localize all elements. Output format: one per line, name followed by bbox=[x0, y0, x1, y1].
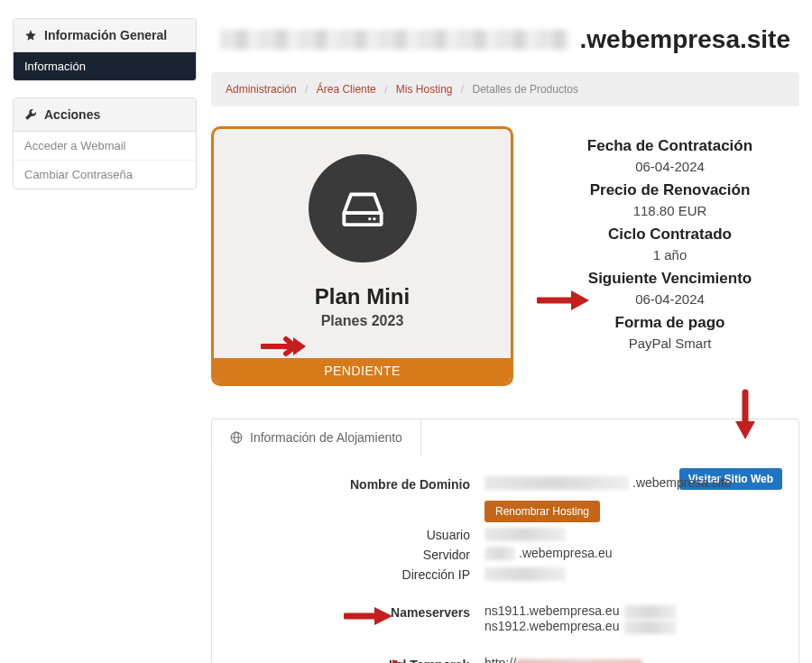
product-name: Plan Mini bbox=[214, 284, 511, 309]
star-icon bbox=[24, 29, 37, 41]
next-due-label: Siguiente Vencimiento bbox=[540, 270, 799, 288]
svg-marker-3 bbox=[293, 337, 306, 355]
redacted-domain-prefix bbox=[220, 30, 569, 50]
breadcrumb-area-cliente[interactable]: Área Cliente bbox=[317, 83, 376, 96]
breadcrumb: Administración / Área Cliente / Mis Host… bbox=[211, 72, 799, 106]
annotation-arrow-due bbox=[537, 289, 589, 312]
domain-value: .webempresa.site bbox=[484, 475, 779, 490]
cycle-value: 1 año bbox=[540, 247, 799, 262]
ip-label: Dirección IP bbox=[232, 566, 470, 582]
annotation-arrow-url bbox=[362, 658, 411, 663]
server-label: Servidor bbox=[232, 546, 470, 562]
hire-date-value: 06-04-2024 bbox=[540, 159, 799, 174]
product-subtitle: Planes 2023 bbox=[214, 313, 511, 329]
product-details: Fecha de Contratación 06-04-2024 Precio … bbox=[540, 126, 799, 386]
svg-marker-14 bbox=[392, 659, 411, 663]
user-value bbox=[484, 526, 779, 541]
user-label: Usuario bbox=[232, 526, 470, 542]
redacted-user bbox=[484, 528, 566, 541]
product-status: PENDIENTE bbox=[214, 358, 511, 383]
sidebar-actions-title: Acciones bbox=[44, 107, 100, 122]
payment-label: Forma de pago bbox=[540, 314, 799, 332]
sidebar-item-info[interactable]: Información bbox=[14, 52, 196, 80]
renewal-price-label: Precio de Renovación bbox=[540, 181, 799, 199]
sidebar-item-webmail[interactable]: Acceder a Webmail bbox=[14, 132, 196, 161]
url-temp-label: Url Temporal: bbox=[232, 656, 470, 663]
hire-date-label: Fecha de Contratación bbox=[540, 137, 799, 155]
svg-marker-5 bbox=[571, 290, 589, 310]
svg-point-1 bbox=[368, 217, 371, 220]
redacted-ip bbox=[484, 567, 566, 581]
sidebar-item-change-password[interactable]: Cambiar Contraseña bbox=[14, 161, 196, 189]
svg-point-2 bbox=[373, 217, 375, 220]
sidebar-actions-header: Acciones bbox=[14, 98, 196, 132]
ip-value bbox=[484, 566, 779, 581]
page-title-suffix: .webempresa.site bbox=[580, 25, 790, 54]
hdd-icon bbox=[335, 180, 391, 236]
redacted-ns2-ip bbox=[624, 621, 677, 634]
cycle-label: Ciclo Contratado bbox=[540, 226, 799, 244]
redacted-domain bbox=[484, 476, 629, 490]
sidebar-info-title: Información General bbox=[44, 28, 167, 42]
svg-marker-12 bbox=[374, 607, 392, 625]
breadcrumb-mis-hosting[interactable]: Mis Hosting bbox=[396, 83, 453, 96]
svg-marker-10 bbox=[735, 421, 755, 439]
wrench-icon bbox=[24, 108, 37, 121]
hosting-tab-label: Información de Alojamiento bbox=[250, 430, 402, 445]
redacted-ns1-ip bbox=[624, 605, 677, 619]
rename-hosting-button[interactable]: Renombrar Hosting bbox=[484, 501, 600, 522]
hosting-info-box: Información de Alojamiento Visitar Sitio… bbox=[211, 419, 799, 663]
globe-icon bbox=[230, 431, 243, 444]
sidebar-info-panel: Información General Información bbox=[13, 18, 197, 81]
page-title: .webempresa.site bbox=[211, 18, 799, 72]
redacted-url-mid bbox=[516, 659, 642, 663]
annotation-arrow-ns bbox=[344, 605, 392, 627]
product-icon bbox=[309, 154, 417, 262]
breadcrumb-admin[interactable]: Administración bbox=[226, 83, 297, 96]
sidebar-actions-panel: Acciones Acceder a Webmail Cambiar Contr… bbox=[13, 97, 197, 189]
domain-label: Nombre de Dominio bbox=[232, 475, 470, 492]
payment-value: PayPal Smart bbox=[540, 336, 799, 351]
annotation-arrow-visit bbox=[732, 389, 759, 439]
annotation-arrow-plan bbox=[261, 335, 306, 358]
renewal-price-value: 118.80 EUR bbox=[540, 203, 799, 218]
hosting-info-tab[interactable]: Información de Alojamiento bbox=[211, 419, 421, 456]
redacted-server bbox=[484, 547, 515, 560]
product-card: Plan Mini Planes 2023 PENDIENTE bbox=[211, 126, 513, 386]
breadcrumb-current: Detalles de Productos bbox=[473, 83, 578, 96]
sidebar-info-header: Información General bbox=[14, 19, 196, 52]
url-temp-value[interactable]: http://.wordpresstemporal.com bbox=[484, 656, 779, 663]
nameservers-value: ns1911.webempresa.eu ns1912.webempresa.e… bbox=[484, 603, 779, 634]
server-value: .webempresa.eu bbox=[484, 546, 779, 560]
